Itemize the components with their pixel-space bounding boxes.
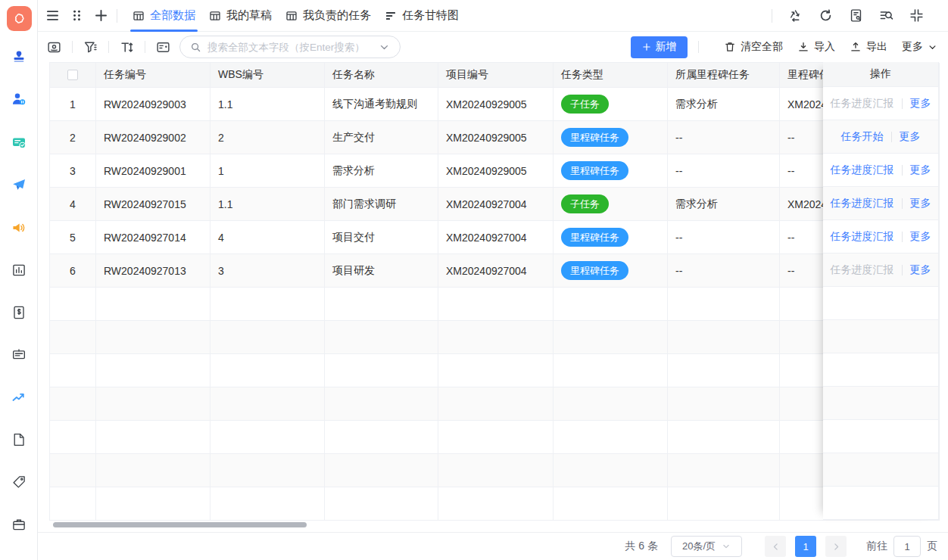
doc-dollar-icon[interactable] (11, 305, 27, 320)
filter-icon[interactable] (83, 40, 98, 54)
table-header-row: 任务编号WBS编号任务名称项目编号任务类型所属里程碑任务里程碑任务 (50, 63, 939, 88)
text-size-icon[interactable] (120, 40, 134, 54)
empty-cell (96, 387, 210, 421)
task-type-badge: 子任务 (561, 95, 609, 114)
empty-cell (554, 454, 668, 487)
prev-page-button[interactable] (765, 536, 786, 557)
news-board-icon[interactable] (11, 347, 27, 362)
op-更多-button[interactable]: 更多 (900, 130, 921, 144)
stamp-icon[interactable] (11, 49, 27, 64)
op-更多-button[interactable]: 更多 (910, 197, 931, 210)
form-link-icon[interactable] (849, 8, 863, 23)
page-size-select[interactable]: 20条/页 (671, 536, 742, 557)
tab-我负责的任务[interactable]: 我负责的任务 (285, 0, 371, 32)
empty-cell (96, 454, 210, 487)
table-row: 2RW202409290022生产交付XM20240929005里程碑任务---… (50, 121, 939, 154)
op-任务开始-button[interactable]: 任务开始 (841, 130, 884, 144)
tab-bar: 全部数据我的草稿我负责的任务任务甘特图 (38, 0, 948, 32)
paper-plane-icon[interactable] (11, 177, 27, 192)
empty-cell (50, 487, 96, 521)
page-button-1[interactable]: 1 (795, 536, 816, 557)
operation-empty-cell (823, 353, 938, 387)
drag-dots-icon[interactable] (70, 8, 84, 23)
empty-cell (325, 387, 438, 421)
empty-cell (50, 421, 96, 454)
trash-icon (724, 41, 736, 53)
page-unit-label: 页 (927, 540, 937, 553)
tag-icon[interactable] (11, 474, 27, 490)
page-size-value: 20条/页 (682, 540, 716, 553)
action-导入[interactable]: 导入 (797, 40, 835, 54)
bar-chart-icon[interactable] (11, 263, 27, 278)
milestone-cell: 需求分析 (668, 88, 780, 121)
tab-我的草稿[interactable]: 我的草稿 (209, 0, 272, 32)
tab-label: 任务甘特图 (402, 8, 459, 23)
tab-全部数据[interactable]: 全部数据 (133, 0, 195, 32)
briefcase-icon[interactable] (11, 517, 27, 532)
select-all-checkbox[interactable] (67, 70, 78, 80)
task-type-cell: 里程碑任务 (554, 254, 668, 288)
empty-cell (668, 321, 780, 354)
milestone-cell: -- (668, 254, 780, 288)
refresh-icon[interactable] (819, 8, 833, 23)
file-icon[interactable] (11, 432, 27, 447)
empty-cell (668, 387, 780, 421)
op-任务进度汇报-button[interactable]: 任务进度汇报 (831, 163, 894, 177)
trend-line-icon[interactable] (11, 390, 27, 405)
op-更多-button[interactable]: 更多 (910, 163, 931, 177)
op-更多-button[interactable]: 更多 (910, 230, 931, 244)
op-任务进度汇报-button[interactable]: 任务进度汇报 (831, 230, 894, 244)
task-type-cell: 子任务 (554, 188, 668, 221)
empty-cell (554, 321, 668, 354)
app-sidebar (0, 0, 38, 560)
empty-cell (210, 288, 325, 321)
goto-page-input[interactable] (893, 536, 921, 557)
export-icon (850, 41, 862, 53)
search-list-icon[interactable] (879, 8, 893, 23)
project-id-cell: XM20240929005 (438, 88, 554, 121)
column-header: WBS编号 (210, 63, 325, 88)
task-id-cell: RW20240929002 (96, 121, 210, 154)
task-id-cell: RW20240929001 (96, 154, 210, 188)
search-input[interactable] (207, 42, 373, 53)
empty-cell (325, 321, 438, 354)
card-check-icon[interactable] (11, 135, 27, 150)
chevron-down-icon[interactable] (379, 42, 390, 53)
project-id-cell: XM20240927004 (438, 188, 554, 221)
plus-icon[interactable] (94, 8, 108, 23)
card-view-icon[interactable] (156, 40, 170, 54)
column-header: 项目编号 (438, 63, 554, 88)
empty-cell (96, 421, 210, 454)
speaker-icon[interactable] (11, 220, 27, 235)
add-button[interactable]: 新增 (631, 36, 688, 58)
empty-cell (325, 487, 438, 521)
action-导出[interactable]: 导出 (850, 40, 887, 54)
op-更多-button[interactable]: 更多 (910, 97, 931, 110)
horizontal-scrollbar[interactable] (53, 522, 307, 527)
recycle-icon[interactable] (788, 8, 803, 23)
goto-label: 前往 (866, 540, 887, 553)
app-window: 全部数据我的草稿我负责的任务任务甘特图 新增 清空全部导入导出更多 任务编号WB… (0, 0, 948, 560)
collapse-icon[interactable] (909, 8, 924, 23)
list-icon[interactable] (45, 8, 60, 23)
tab-任务甘特图[interactable]: 任务甘特图 (385, 0, 459, 32)
field-display-icon[interactable] (47, 40, 61, 54)
person-pause-icon[interactable] (11, 92, 27, 107)
app-logo-icon[interactable] (7, 6, 32, 31)
wbs-cell: 2 (210, 121, 325, 154)
task-type-cell: 里程碑任务 (554, 121, 668, 154)
op-任务进度汇报-button: 任务进度汇报 (831, 263, 894, 277)
wbs-cell: 1.1 (210, 188, 325, 221)
app-logo-icon (12, 11, 27, 26)
op-更多-button[interactable]: 更多 (910, 263, 931, 277)
empty-cell (554, 354, 668, 387)
milestone-cell: 需求分析 (668, 188, 780, 221)
divider (902, 232, 903, 242)
empty-cell (438, 387, 554, 421)
table-grid-icon (285, 10, 298, 22)
action-更多[interactable]: 更多 (902, 40, 937, 54)
action-清空全部[interactable]: 清空全部 (724, 40, 783, 54)
next-page-button[interactable] (825, 536, 847, 557)
op-任务进度汇报-button[interactable]: 任务进度汇报 (831, 197, 894, 210)
add-button-label: 新增 (656, 40, 677, 54)
